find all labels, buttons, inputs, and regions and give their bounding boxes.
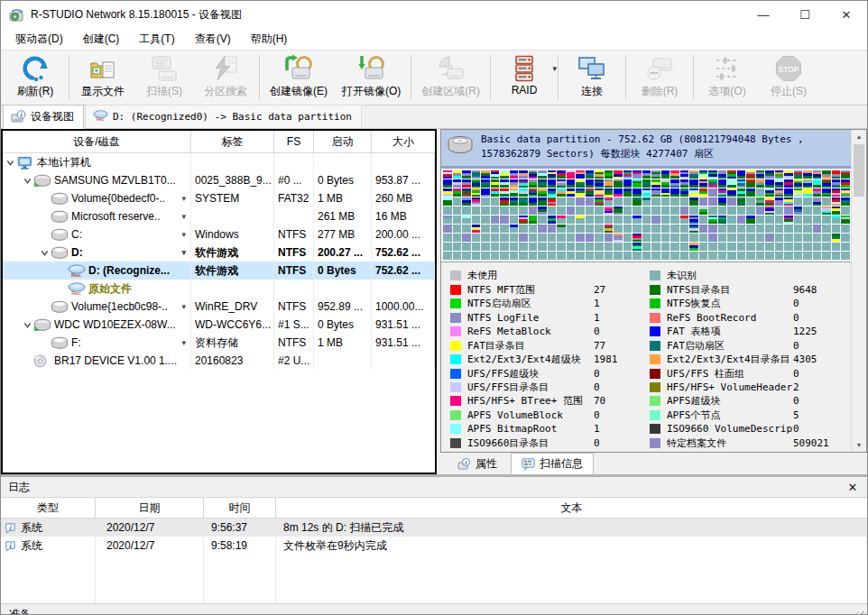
dropdown-arrow-icon[interactable]: ▾	[181, 194, 188, 203]
scan-block	[746, 243, 755, 251]
toolbar-button-refresh[interactable]: 刷新(R)	[5, 51, 66, 104]
toolbar-button-raid[interactable]: ▾RAID	[494, 51, 555, 104]
dropdown-arrow-icon[interactable]: ▾	[181, 302, 188, 311]
menu-item-3[interactable]: 查看(V)	[185, 28, 241, 50]
menu-item-2[interactable]: 工具(T)	[129, 28, 184, 50]
scroll-down-icon[interactable]: ▼	[852, 438, 866, 452]
toolbar-button-show-files[interactable]: 显示文件	[72, 51, 134, 104]
scan-block	[491, 243, 500, 251]
tree-row[interactable]: Microsoft reserve..▾261 MB16 MB	[3, 207, 435, 225]
scrollbar-vertical[interactable]: ▲ ▼	[851, 130, 866, 452]
view-tab-1[interactable]: Rec.D: (Recognized0) -> Basic data parti…	[85, 105, 362, 128]
scan-block	[462, 207, 471, 215]
tree-row[interactable]: Volume{1ecb0c98-..▾WinRE_DRVNTFS952.89 .…	[3, 298, 435, 316]
toolbar-button-stop[interactable]: STOP停止(S)	[758, 51, 819, 104]
expand-chevron-icon[interactable]	[39, 247, 51, 259]
toolbar-button-options[interactable]: 选项(O)	[697, 51, 758, 104]
tree-header-label[interactable]: 标签	[191, 131, 274, 152]
scan-block	[813, 234, 822, 242]
expand-chevron-icon[interactable]	[22, 319, 33, 331]
scan-block	[689, 207, 698, 215]
device-name: Volume{0bedecf0-..	[71, 192, 165, 205]
scan-block	[642, 216, 651, 224]
minimize-button[interactable]: —	[743, 1, 784, 28]
tree-row[interactable]: D:▾软件游戏NTFS200.27 ...752.62 ...	[3, 243, 435, 262]
scrollbar-thumb[interactable]	[854, 144, 864, 197]
scan-block	[756, 188, 765, 197]
scan-block	[670, 197, 679, 206]
toolbar-button-connect[interactable]: 连接	[561, 51, 623, 104]
fs-cell: #2 U...	[274, 352, 314, 370]
scan-block	[614, 188, 623, 197]
legend-entry: ISO9660目录条目0	[450, 436, 650, 450]
dropdown-arrow-icon[interactable]: ▾	[181, 248, 188, 257]
menu-item-4[interactable]: 帮助(H)	[241, 28, 298, 50]
window-controls: — ☐ ✕	[743, 1, 867, 28]
log-row[interactable]: i系统2020/12/79:56:378m 12s 的 D: 扫描已完成	[1, 519, 867, 537]
scroll-up-icon[interactable]: ▲	[852, 130, 866, 143]
tree-row[interactable]: Rec.D: (Recognize...软件游戏NTFS0 Bytes752.6…	[3, 262, 435, 280]
tree-row[interactable]: 本地计算机	[3, 153, 435, 171]
log-header-type[interactable]: 类型	[1, 498, 96, 518]
toolbar-button-scan[interactable]: 扫描(S)	[134, 51, 195, 104]
tree-header-fs[interactable]: FS	[274, 131, 314, 152]
scan-block	[557, 243, 566, 251]
panel-tab-0[interactable]: i属性	[448, 454, 507, 474]
tree-header-start[interactable]: 启动	[314, 131, 372, 152]
toolbar-button-create-image[interactable]: 创建镜像(E)	[263, 51, 335, 104]
scan-block	[538, 207, 547, 215]
scan-block	[746, 234, 755, 242]
toolbar-button-create-region[interactable]: 创建区域(R)	[414, 51, 487, 104]
resize-grip[interactable]	[854, 611, 866, 615]
scan-block	[841, 207, 850, 215]
log-close-icon[interactable]: ✕	[845, 481, 860, 494]
tree-row[interactable]: BR17 DEVICE V1.00 1....20160823#2 U...	[3, 352, 435, 370]
expand-chevron-icon[interactable]	[5, 157, 16, 169]
tree-row[interactable]: SAMSUNG MZVLB1T0...0025_388B_9...#0 ...0…	[3, 171, 435, 189]
tree-row[interactable]: Rec.原始文件	[3, 280, 435, 298]
dropdown-arrow-icon[interactable]: ▾	[181, 230, 188, 239]
view-tab-0[interactable]: i设备视图	[3, 105, 84, 129]
toolbar-separator	[625, 55, 626, 100]
scan-block	[689, 216, 698, 224]
log-header-date[interactable]: 日期	[96, 498, 204, 518]
scan-block	[832, 216, 841, 224]
scan-block	[453, 207, 462, 215]
legend-count: 4305	[793, 353, 849, 365]
log-header-time[interactable]: 时间	[204, 498, 276, 518]
scan-block	[841, 216, 850, 224]
log-row[interactable]: i系统2020/12/79:58:19文件枚举在9秒内完成	[1, 537, 867, 555]
tree-header-dev[interactable]: 设备/磁盘	[3, 131, 191, 152]
menu-item-0[interactable]: 驱动器(D)	[5, 28, 73, 50]
log-header-text[interactable]: 文本	[276, 498, 867, 518]
panel-tab-1[interactable]: 扫描信息	[511, 453, 594, 474]
toolbar-button-delete[interactable]: 删除(R)	[629, 51, 690, 104]
scan-block	[718, 252, 727, 260]
scan-block	[699, 252, 708, 260]
expand-chevron-icon[interactable]	[22, 175, 33, 187]
tree-row[interactable]: C:▾WindowsNTFS277 MB200.00 ...	[3, 225, 435, 243]
tree-row[interactable]: F:▾资料存储NTFS1 MB931.51 ...	[3, 334, 435, 352]
log-text-cell: 文件枚举在9秒内完成	[276, 537, 867, 555]
toolbar-button-open-image[interactable]: 打开镜像(O)	[335, 51, 408, 104]
toolbar-button-partition-search[interactable]: 分区搜索	[195, 51, 256, 104]
tree-header-size[interactable]: 大小	[372, 131, 435, 152]
scan-block	[661, 216, 670, 224]
log-date-cell: 2020/12/7	[96, 537, 204, 555]
close-button[interactable]: ✕	[826, 1, 867, 28]
dropdown-arrow-icon[interactable]: ▾	[181, 212, 188, 221]
menu-item-1[interactable]: 创建(C)	[73, 28, 130, 50]
dropdown-arrow-icon[interactable]: ▾	[181, 338, 188, 347]
maximize-button[interactable]: ☐	[784, 1, 826, 28]
scan-block	[841, 234, 850, 242]
scan-block	[586, 234, 595, 242]
dropdown-arrow-icon[interactable]: ▾	[552, 64, 557, 73]
legend-label: NTFS目录条目	[667, 283, 731, 297]
tree-row[interactable]: Volume{0bedecf0-..▾SYSTEMFAT321 MB260 MB	[3, 189, 435, 207]
scan-block	[472, 207, 481, 215]
scan-block	[462, 216, 471, 224]
device-name: D: (Recognize...	[88, 264, 170, 277]
svg-text:Rec.: Rec.	[71, 290, 82, 296]
tree-row[interactable]: WDC WD10EZEX-08W...WD-WCC6Y6...#1 S...0 …	[3, 316, 435, 334]
scan-block	[633, 170, 642, 179]
